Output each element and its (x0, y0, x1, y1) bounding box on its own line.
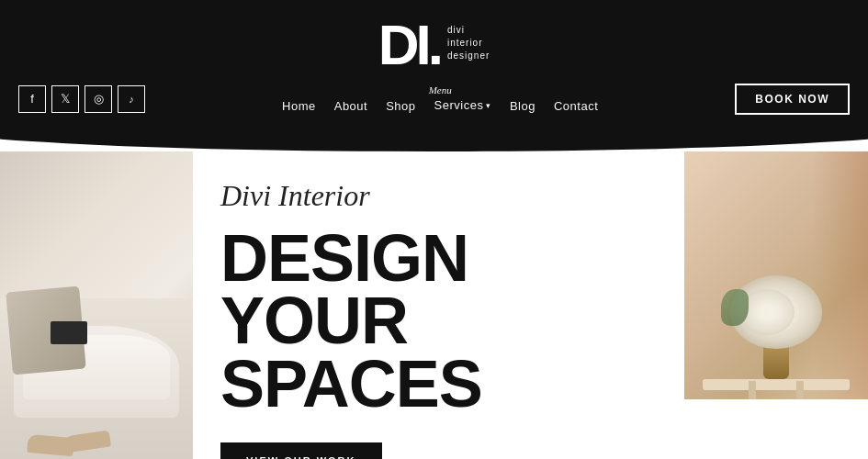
tiktok-icon[interactable]: ♪ (118, 85, 145, 113)
social-icons-group: f 𝕏 ◎ ♪ (18, 85, 145, 113)
facebook-icon[interactable]: f (18, 85, 46, 113)
nav-center: Menu Home About Shop Services ▾ Blog Con… (282, 84, 598, 114)
hero-heading-line2: SPACES (220, 347, 482, 420)
hero-script-title: Divi Interior (220, 179, 657, 213)
logo-line2: interior (447, 37, 490, 50)
hero-left-image (0, 151, 193, 459)
hero-section: Divi Interior DESIGN YOUR SPACES VIEW OU… (0, 151, 868, 459)
twitter-icon[interactable]: 𝕏 (51, 85, 79, 113)
nav-item-home[interactable]: Home (282, 99, 316, 113)
nav-item-about[interactable]: About (334, 99, 367, 113)
logo-line1: divi (447, 24, 490, 37)
hero-heading-line1: DESIGN YOUR (220, 221, 468, 357)
logo-initials: DI. (378, 17, 440, 73)
nav-item-contact[interactable]: Contact (554, 99, 598, 113)
chevron-down-icon: ▾ (486, 101, 491, 110)
nav-item-blog[interactable]: Blog (510, 99, 535, 113)
nav-item-services[interactable]: Services ▾ (434, 98, 491, 112)
header-curve-bottom (0, 124, 868, 151)
instagram-icon[interactable]: ◎ (85, 85, 112, 113)
hero-text-content: Divi Interior DESIGN YOUR SPACES VIEW OU… (202, 179, 675, 459)
navigation: f 𝕏 ◎ ♪ Menu Home About Shop Services ▾ (0, 73, 868, 124)
hero-main-heading: DESIGN YOUR SPACES (220, 227, 657, 415)
view-work-button[interactable]: VIEW OUR WORK (220, 442, 382, 459)
nav-links: Home About Shop Services ▾ Blog Contact (282, 97, 598, 114)
book-now-button[interactable]: BOOK NOW (735, 84, 850, 115)
hero-right-image (684, 151, 868, 399)
logo-line3: designer (447, 50, 490, 62)
nav-item-shop[interactable]: Shop (386, 99, 415, 113)
logo-area: DI. divi interior designer (0, 0, 868, 73)
menu-label: Menu (429, 84, 452, 95)
